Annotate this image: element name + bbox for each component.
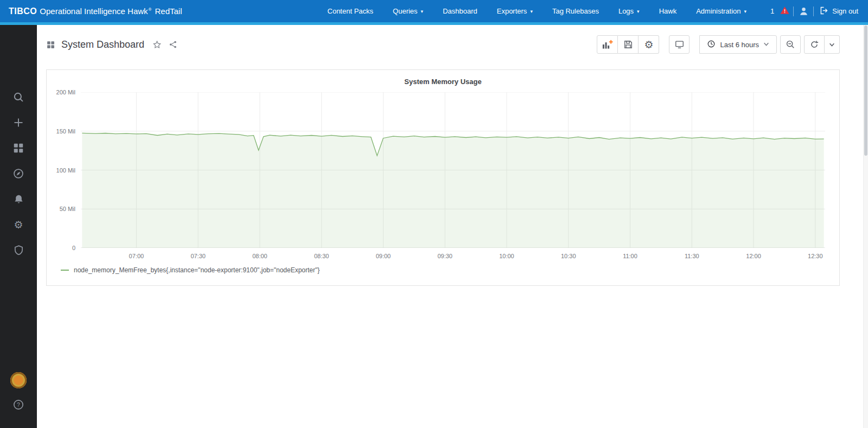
y-tick-label: 150 Mil	[56, 128, 75, 135]
x-tick-label: 08:30	[314, 253, 329, 259]
svg-text:?: ?	[17, 402, 20, 408]
dashboard-grid-icon	[46, 40, 55, 49]
signout-button[interactable]: Sign out	[819, 6, 858, 17]
zoom-out-button[interactable]	[780, 35, 801, 54]
topnav-item-dashboard[interactable]: Dashboard	[443, 7, 477, 15]
refresh-interval-dropdown[interactable]	[825, 35, 840, 54]
chevron-down-icon: ▾	[421, 9, 424, 14]
divider	[813, 7, 814, 16]
alerting-bell-icon[interactable]	[12, 193, 24, 205]
signout-label: Sign out	[832, 7, 858, 15]
topnav-item-tag-rulebases[interactable]: Tag Rulebases	[552, 7, 599, 15]
dashboard-settings-icon[interactable]: ⚙	[639, 35, 659, 54]
settings-gear-icon[interactable]: ⚙	[12, 219, 24, 231]
add-panel-button[interactable]	[597, 35, 618, 54]
chevron-down-icon: ▾	[744, 9, 747, 14]
alert-count: 1	[770, 7, 774, 15]
warning-triangle-icon	[780, 5, 790, 17]
favorite-star-icon[interactable]	[152, 40, 162, 49]
x-tick-label: 09:30	[437, 253, 452, 259]
topnav-item-hawk[interactable]: Hawk	[659, 7, 677, 15]
page-title: System Dashboard	[61, 39, 144, 50]
divider	[793, 7, 794, 16]
chart-plot[interactable]	[81, 92, 825, 248]
x-tick-label: 09:00	[376, 253, 391, 259]
tv-cycle-view-button[interactable]	[669, 35, 690, 54]
product-suffix: RedTail	[155, 7, 182, 16]
y-tick-label: 50 Mil	[60, 206, 75, 212]
topnav-item-logs[interactable]: Logs▾	[618, 7, 640, 15]
chevron-down-icon: ▾	[530, 9, 533, 14]
left-sidebar: ⚙ ?	[0, 25, 37, 428]
alert-status[interactable]: 1	[770, 5, 790, 17]
explore-compass-icon[interactable]	[12, 168, 24, 180]
product-name: Operational Intelligence Hawk®	[40, 7, 151, 16]
save-dashboard-button[interactable]	[618, 35, 639, 54]
x-tick-label: 11:30	[685, 253, 699, 259]
memory-usage-panel: System Memory Usage 050 Mil100 Mil150 Mi…	[46, 69, 840, 286]
chevron-down-icon: ▾	[637, 9, 640, 14]
user-icon[interactable]	[797, 5, 810, 18]
legend-item[interactable]: node_memory_MemFree_bytes{,instance="nod…	[61, 266, 839, 274]
x-tick-label: 07:00	[129, 253, 144, 259]
main-content: System Dashboard ⚙	[37, 25, 868, 428]
refresh-button[interactable]	[804, 35, 825, 54]
x-axis: 07:0007:3008:0008:3009:0009:3010:0010:30…	[81, 248, 825, 262]
x-tick-label: 07:30	[190, 253, 206, 259]
y-tick-label: 0	[72, 245, 75, 251]
topnav-item-exporters[interactable]: Exporters▾	[497, 7, 533, 15]
x-tick-label: 11:00	[623, 253, 637, 259]
scrollbar-thumb[interactable]	[864, 25, 867, 156]
x-tick-label: 12:00	[746, 253, 761, 259]
dashboard-header: System Dashboard ⚙	[46, 33, 840, 56]
time-range-picker[interactable]: Last 6 hours	[699, 35, 777, 54]
user-avatar[interactable]	[10, 372, 27, 388]
share-icon[interactable]	[169, 40, 177, 49]
dashboards-grid-icon[interactable]	[12, 142, 24, 154]
panel-title[interactable]: System Memory Usage	[47, 70, 839, 86]
brand-name: TIBCO	[9, 7, 37, 16]
topnav-item-administration[interactable]: Administration▾	[696, 7, 746, 15]
registered-mark: ®	[149, 7, 152, 12]
admin-shield-icon[interactable]	[12, 244, 24, 256]
y-tick-label: 200 Mil	[56, 89, 75, 95]
topnav-item-content-packs[interactable]: Content Packs	[328, 7, 374, 15]
y-tick-label: 100 Mil	[56, 167, 75, 174]
y-axis: 050 Mil100 Mil150 Mil200 Mil	[47, 92, 81, 248]
create-plus-icon[interactable]	[12, 117, 24, 129]
x-tick-label: 10:30	[561, 253, 576, 259]
x-tick-label: 12:30	[808, 253, 823, 259]
x-tick-label: 10:00	[499, 253, 514, 259]
x-tick-label: 08:00	[252, 253, 267, 259]
search-icon[interactable]	[12, 91, 24, 103]
dashboard-toolbar: ⚙ Last 6 hours	[597, 35, 840, 54]
app-logo: TIBCO Operational Intelligence Hawk® Red…	[9, 7, 182, 16]
page-scrollbar[interactable]	[863, 25, 868, 428]
clock-icon	[707, 40, 716, 50]
topnav-item-queries[interactable]: Queries▾	[393, 7, 423, 15]
help-icon[interactable]: ?	[12, 399, 24, 411]
signout-icon	[819, 6, 828, 17]
time-range-label: Last 6 hours	[720, 41, 759, 49]
legend-series-label: node_memory_MemFree_bytes{,instance="nod…	[74, 266, 320, 274]
topnav-items: Content PacksQueries▾DashboardExporters▾…	[328, 7, 747, 15]
legend-series-marker	[61, 270, 69, 271]
chevron-down-icon	[763, 41, 769, 49]
top-navbar: TIBCO Operational Intelligence Hawk® Red…	[0, 0, 868, 22]
